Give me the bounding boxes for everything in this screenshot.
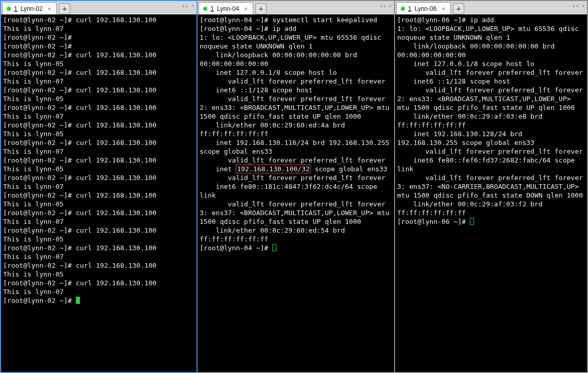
tab-dropdown-icon[interactable]: ▾ [388, 3, 392, 9]
tab-title: Lynn-04 [217, 5, 239, 12]
terminal-line: valid_lft forever preferred_lft forever [200, 200, 392, 208]
terminal-line: 3: ens37: <BROADCAST,MULTICAST,UP,LOWER_… [200, 208, 392, 226]
terminal-output[interactable]: [root@lynn-02 ~]# curl 192.168.130.100Th… [1, 14, 197, 372]
terminal-line: valid_lft forever preferred_lft forever [200, 173, 392, 182]
terminal-line: This is lynn-05 [3, 270, 194, 279]
terminal-line: [root@lynn-02 ~]# curl 192.168.130.100 [3, 208, 194, 217]
terminal-line: [root@lynn-02 ~]# curl 192.168.130.100 [3, 51, 194, 59]
terminal-line: 1: lo: <LOOPBACK,UP,LOWER_UP> mtu 65536 … [200, 33, 392, 51]
tab-title: Lynn-02 [21, 5, 43, 12]
nav-right-icon[interactable]: ▸ [186, 3, 189, 9]
new-tab-button[interactable]: + [453, 3, 464, 14]
terminal-line: This is lynn-07 [3, 287, 194, 296]
terminal-line: This is lynn-07 [3, 147, 194, 156]
terminal-line: This is lynn-05 [3, 165, 194, 173]
terminal-line: This is lynn-07 [3, 182, 194, 191]
terminal-output[interactable]: [root@lynn-04 ~]# systemctl start keepal… [198, 14, 394, 372]
nav-left-icon[interactable]: ◂ [571, 3, 575, 9]
status-dot-icon [401, 7, 405, 11]
terminal-line: This is lynn-05 [3, 129, 194, 138]
terminal-line: inet 192.168.130.100/32 scope global ens… [200, 165, 392, 173]
terminal-line: This is lynn-07 [3, 112, 194, 121]
terminal-line: link/ether 00:0c:29:af:03:f2 brd ff:ff:f… [397, 200, 585, 217]
new-tab-button[interactable]: + [59, 3, 70, 14]
terminal-line: [root@lynn-02 ~]# curl 192.168.130.100 [3, 15, 194, 24]
terminal-line: 1: lo: <LOOPBACK,UP,LOWER_UP> mtu 65536 … [397, 24, 585, 42]
tab-number: 1 [210, 5, 214, 12]
terminal-line: 3: ens37: <NO-CARRIER,BROADCAST,MULTICAS… [397, 182, 585, 200]
terminal-line: [root@lynn-02 ~]# curl 192.168.130.100 [3, 226, 194, 235]
highlighted-ip: 192.168.130.100/32 [236, 165, 311, 173]
terminal-line: link/loopback 00:00:00:00:00:00 brd 00:0… [200, 51, 392, 68]
terminal-output[interactable]: [root@lynn-06 ~]# ip add1: lo: <LOOPBACK… [395, 14, 587, 372]
tab-nav: ◂▸▾ [571, 3, 585, 9]
status-dot-icon [7, 7, 11, 11]
terminal-line: inet 192.168.130.128/24 brd 192.168.130.… [397, 129, 585, 147]
close-icon[interactable]: × [442, 6, 445, 12]
cursor-icon [76, 297, 80, 304]
tab-number: 1 [14, 5, 18, 12]
terminal-line: inet6 fe80::fef6:fd37:2682:fabc/64 scope… [397, 156, 585, 173]
tab-dropdown-icon[interactable]: ▾ [581, 3, 585, 9]
terminal-line: [root@lynn-02 ~]# curl 192.168.130.100 [3, 138, 194, 147]
terminal-line: valid_lft forever preferred_lft forever [200, 156, 392, 165]
tab-title: Lynn-06 [415, 5, 437, 12]
terminal-line: [root@lynn-02 ~]# curl 192.168.130.100 [3, 103, 194, 112]
close-icon[interactable]: × [48, 6, 51, 12]
terminal-line: [root@lynn-02 ~]# curl 192.168.130.100 [3, 244, 194, 252]
terminal-line: link/ether 00:0c:29:60:ed:4a brd ff:ff:f… [200, 121, 392, 138]
terminal-line: inet6 fe80::181c:4847:3f62:dc4c/64 scope… [200, 182, 392, 200]
terminal-line: This is lynn-05 [3, 235, 194, 244]
terminal-line: [root@lynn-02 ~]# curl 192.168.130.100 [3, 121, 194, 129]
terminal-line: link/loopback 00:00:00:00:00:00 brd 00:0… [397, 42, 585, 59]
terminal-line: link/ether 00:0c:29:af:03:e8 brd ff:ff:f… [397, 112, 585, 129]
terminal-line: [root@lynn-02 ~]# curl 192.168.130.100 [3, 156, 194, 165]
terminal-line: valid_lft forever preferred_lft forever [200, 94, 392, 103]
tab-nav: ◂▸▾ [379, 3, 392, 9]
terminal-line: 2: ens33: <BROADCAST,MULTICAST,UP,LOWER_… [397, 94, 585, 112]
tab-bar: 1 Lynn-02×+◂▸▾ [1, 1, 197, 14]
terminal-line: valid_lft forever preferred_lft forever [397, 147, 585, 156]
tab-dropdown-icon[interactable]: ▾ [191, 3, 194, 9]
terminal-line: valid_lft forever preferred_lft forever [200, 77, 392, 86]
terminal-pane-lynn-04: 1 Lynn-04×+◂▸▾[root@lynn-04 ~]# systemct… [198, 0, 395, 373]
cursor-icon [272, 244, 276, 251]
tab-lynn-02[interactable]: 1 Lynn-02× [2, 2, 57, 14]
terminal-line: inet6 ::1/128 scope host [397, 77, 585, 86]
terminal-line: inet6 ::1/128 scope host [200, 86, 392, 94]
nav-right-icon[interactable]: ▸ [576, 3, 580, 9]
terminal-line: [root@lynn-02 ~]# [3, 42, 194, 51]
terminal-line: This is lynn-07 [3, 252, 194, 261]
terminal-line: [root@lynn-02 ~]# [3, 33, 194, 42]
terminal-line: [root@lynn-02 ~]# curl 192.168.130.100 [3, 261, 194, 270]
tab-bar: 1 Lynn-04×+◂▸▾ [198, 1, 394, 14]
terminal-line: This is lynn-05 [3, 59, 194, 68]
cursor-icon [470, 218, 474, 225]
terminal-pane-lynn-06: 1 Lynn-06×+◂▸▾[root@lynn-06 ~]# ip add1:… [395, 0, 588, 373]
terminal-line: [root@lynn-02 ~]# curl 192.168.130.100 [3, 279, 194, 287]
terminal-line: [root@lynn-02 ~]# curl 192.168.130.100 [3, 191, 194, 200]
new-tab-button[interactable]: + [255, 3, 267, 14]
terminal-line: This is lynn-05 [3, 200, 194, 208]
terminal-line: This is lynn-07 [3, 217, 194, 226]
terminal-line: This is lynn-05 [3, 94, 194, 103]
terminal-line: This is lynn-07 [3, 77, 194, 86]
tab-lynn-06[interactable]: 1 Lynn-06× [396, 2, 451, 14]
tab-lynn-04[interactable]: 1 Lynn-04× [199, 2, 253, 14]
terminal-line: valid_lft forever preferred_lft forever [397, 68, 585, 77]
nav-left-icon[interactable]: ◂ [181, 3, 185, 9]
terminal-line: inet 127.0.0.1/8 scope host lo [200, 68, 392, 77]
nav-right-icon[interactable]: ▸ [383, 3, 387, 9]
tab-number: 1 [408, 5, 412, 12]
terminal-line: inet 127.0.0.1/8 scope host lo [397, 59, 585, 68]
terminal-line: [root@lynn-02 ~]# curl 192.168.130.100 [3, 173, 194, 182]
nav-left-icon[interactable]: ◂ [379, 3, 382, 9]
terminal-line: valid_lft forever preferred_lft forever [397, 173, 585, 182]
terminal-line: [root@lynn-06 ~]# [397, 217, 585, 226]
tab-bar: 1 Lynn-06×+◂▸▾ [395, 1, 587, 14]
terminal-line: [root@lynn-02 ~]# [3, 296, 194, 305]
terminal-line: [root@lynn-02 ~]# curl 192.168.130.100 [3, 68, 194, 77]
close-icon[interactable]: × [244, 6, 248, 12]
terminal-line: [root@lynn-04 ~]# systemctl start keepal… [200, 15, 392, 24]
terminal-line: inet 192.168.130.116/24 brd 192.168.130.… [200, 138, 392, 156]
